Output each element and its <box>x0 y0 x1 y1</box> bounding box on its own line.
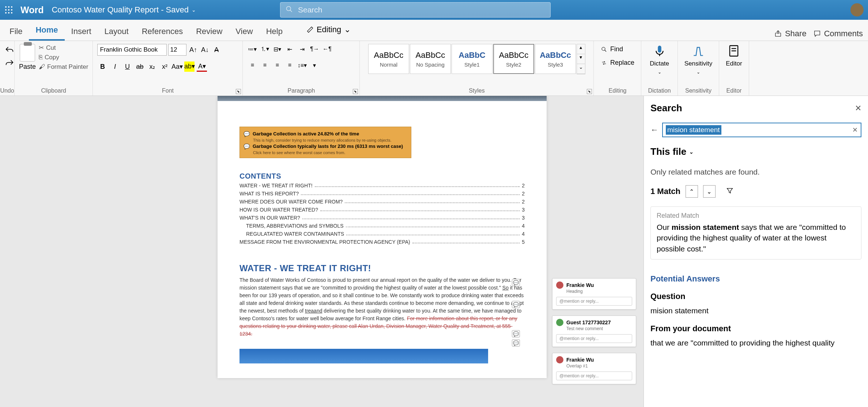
svg-point-8 <box>11 12 12 14</box>
prev-match-button[interactable]: ⌃ <box>686 185 698 198</box>
justify-button[interactable]: ≡ <box>284 60 295 70</box>
style-normal[interactable]: AaBbCcNormal <box>368 44 409 74</box>
toc-entry[interactable]: WHAT'S IN OUR WATER?3 <box>239 215 525 221</box>
increase-indent-button[interactable]: ⇥ <box>297 44 307 54</box>
toc-entry[interactable]: WATER - WE TREAT IT RIGHT!2 <box>239 183 525 188</box>
format-painter-button[interactable]: 🖌 Format Painter <box>39 63 88 71</box>
style-style3[interactable]: AaBbCcStyle3 <box>535 44 576 74</box>
font-group-label: Font <box>162 86 174 94</box>
shading-button[interactable]: ▾ <box>309 60 320 70</box>
comment-marker[interactable]: 💬 <box>512 279 520 286</box>
search-pane-input[interactable]: mision statement ✕ <box>662 123 861 137</box>
comment-reply-input[interactable]: @mention or reply... <box>556 334 632 343</box>
app-launcher-icon[interactable] <box>4 5 13 14</box>
svg-point-6 <box>5 12 7 14</box>
editor-button[interactable] <box>727 44 741 58</box>
document-title[interactable]: Contoso Water Quality Report - Saved <box>52 5 189 15</box>
toc-entry[interactable]: REGULATATED WATER CONTAMINANTS4 <box>239 231 525 237</box>
comment-reply-input[interactable]: @mention or reply... <box>556 297 632 306</box>
back-button[interactable]: ← <box>650 125 658 135</box>
highlight-button[interactable]: ab▾ <box>184 61 195 72</box>
comment-marker[interactable]: 💬 <box>512 301 520 308</box>
related-match-card[interactable]: Related Match Our mission statement says… <box>650 206 861 259</box>
rtl-button[interactable]: ←¶ <box>322 44 332 54</box>
body-paragraph: The Board of Water Works of Contoso is p… <box>239 276 525 338</box>
user-avatar[interactable] <box>850 3 864 16</box>
tab-review[interactable]: Review <box>189 22 229 41</box>
align-left-button[interactable]: ≡ <box>247 60 257 70</box>
tab-references[interactable]: References <box>135 22 190 41</box>
bold-button[interactable]: B <box>97 61 107 72</box>
tab-view[interactable]: View <box>229 22 259 41</box>
style-style2[interactable]: AaBbCcStyle2 <box>493 44 534 74</box>
document-canvas[interactable]: 💬Garbage Collection is active 24.82% of … <box>0 96 644 407</box>
tab-insert[interactable]: Insert <box>65 22 98 41</box>
close-icon[interactable]: ✕ <box>855 104 861 113</box>
comment-card[interactable]: Guest 1727730227 Test new comment @menti… <box>552 315 636 347</box>
comment-card[interactable]: Frankie Wu Heading @mention or reply... <box>552 278 636 310</box>
copy-button[interactable]: ⎘ Copy <box>39 54 88 61</box>
comment-reply-input[interactable]: @mention or reply... <box>556 371 632 380</box>
search-scope-dropdown[interactable]: This file ⌄ <box>650 146 861 157</box>
tab-layout[interactable]: Layout <box>98 22 135 41</box>
decrease-indent-button[interactable]: ⇤ <box>284 44 295 54</box>
next-match-button[interactable]: ⌄ <box>703 185 716 198</box>
toc-entry[interactable]: MESSAGE FROM THE ENVIRONMENTAL PROTECTIO… <box>239 239 525 245</box>
share-button[interactable]: Share <box>774 29 807 38</box>
styles-gallery-arrows[interactable]: ▴▾⌄ <box>577 44 585 74</box>
clear-format-button[interactable]: A̶ <box>211 45 222 55</box>
title-dropdown-icon[interactable]: ⌄ <box>192 7 196 13</box>
sensitivity-button[interactable] <box>691 44 705 58</box>
multilevel-button[interactable]: ⊟▾ <box>272 44 282 54</box>
tab-help[interactable]: Help <box>260 22 289 41</box>
redo-button[interactable] <box>4 59 15 69</box>
filter-icon[interactable] <box>726 187 734 197</box>
editing-mode-button[interactable]: Editing ⌄ <box>300 21 357 38</box>
tab-file[interactable]: File <box>3 22 29 41</box>
toc-entry[interactable]: TERMS, ABBREVIATIONS and SYMBOLS4 <box>239 223 525 229</box>
bullets-button[interactable]: ≔▾ <box>247 44 257 54</box>
superscript-button[interactable]: x² <box>159 61 170 72</box>
font-size-select[interactable] <box>168 44 186 56</box>
align-center-button[interactable]: ≡ <box>260 60 270 70</box>
warning-box: 💬Garbage Collection is active 24.82% of … <box>239 127 411 158</box>
italic-button[interactable]: I <box>110 61 120 72</box>
font-name-select[interactable] <box>97 44 167 56</box>
font-dialog-launcher[interactable]: ⬊ <box>236 89 241 94</box>
paragraph-dialog-launcher[interactable]: ⬊ <box>353 89 358 94</box>
change-case-button[interactable]: Aa▾ <box>172 61 182 72</box>
warning-line2: Garbage Collection typically lasts for 2… <box>253 143 403 149</box>
dictate-button[interactable] <box>653 44 667 58</box>
numbering-button[interactable]: ⒈▾ <box>260 44 270 54</box>
replace-button[interactable]: Replace <box>601 57 634 68</box>
line-spacing-button[interactable]: ↕≡▾ <box>297 60 307 70</box>
font-color-button[interactable]: A▾ <box>197 61 207 72</box>
paste-button[interactable]: Paste <box>19 44 36 71</box>
decrease-font-button[interactable]: A↓ <box>200 45 210 55</box>
underline-button[interactable]: U <box>122 61 132 72</box>
comments-button[interactable]: Comments <box>813 29 863 38</box>
search-box[interactable]: Search <box>280 2 551 18</box>
find-button[interactable]: Find <box>601 44 623 55</box>
cut-button[interactable]: ✂ Cut <box>39 44 88 52</box>
subscript-button[interactable]: x₂ <box>147 61 157 72</box>
paragraph-group: ≔▾ ⒈▾ ⊟▾ ⇤ ⇥ ¶→ ←¶ ≡ ≡ ≡ ≡ ↕≡▾ ▾ Paragra… <box>243 41 360 96</box>
chevron-down-icon: ⌄ <box>344 25 351 34</box>
undo-button[interactable] <box>4 45 15 56</box>
align-right-button[interactable]: ≡ <box>272 60 282 70</box>
style-no-spacing[interactable]: AaBbCcNo Spacing <box>410 44 451 74</box>
toc-entry[interactable]: WHERE DOES OUR WATER COME FROM?2 <box>239 199 525 205</box>
clear-search-icon[interactable]: ✕ <box>852 126 858 134</box>
comment-card[interactable]: Frankie Wu Overlap #1 @mention or reply.… <box>552 353 636 384</box>
toc-entry[interactable]: WHAT IS THIS REPORT?2 <box>239 191 525 197</box>
tab-home[interactable]: Home <box>29 20 64 41</box>
ltr-button[interactable]: ¶→ <box>309 44 320 54</box>
style-style1[interactable]: AaBbCStyle1 <box>452 44 493 74</box>
increase-font-button[interactable]: A↑ <box>188 45 198 55</box>
strike-button[interactable]: ab <box>135 61 145 72</box>
clipboard-group: Paste ✂ Cut ⎘ Copy 🖌 Format Painter Clip… <box>15 41 93 96</box>
styles-dialog-launcher[interactable]: ⬊ <box>587 89 592 94</box>
comment-marker[interactable]: 💬 <box>512 339 520 347</box>
comment-marker[interactable]: 💬 <box>512 330 520 337</box>
toc-entry[interactable]: HOW IS OUR WATER TREATED?3 <box>239 207 525 213</box>
